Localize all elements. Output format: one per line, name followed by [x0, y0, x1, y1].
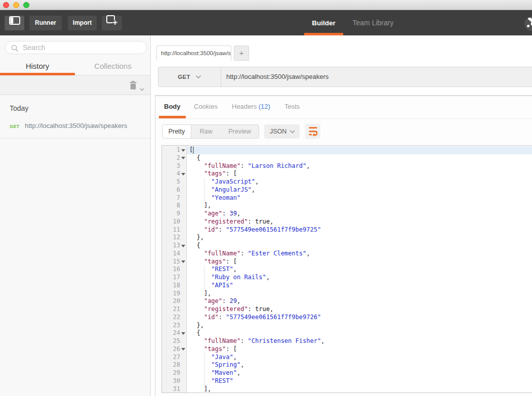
history-group-divider [0, 138, 150, 139]
response-tab-headers-label: Headers [232, 103, 257, 110]
editor-line-number: 2 [162, 154, 186, 162]
history-item-method-badge: GET [10, 124, 20, 129]
editor-line-number: 27 [162, 354, 186, 362]
history-group-label: Today [10, 104, 28, 112]
editor-line-number: 3 [162, 162, 186, 170]
fold-arrow-icon[interactable] [181, 332, 185, 335]
fold-arrow-icon[interactable] [181, 260, 185, 263]
editor-line-number: 15 [162, 258, 186, 266]
editor-line-number: 17 [162, 274, 186, 282]
response-tab-body-active-underline [159, 116, 186, 118]
history-item[interactable]: GET http://localhost:3500/jsaw/speakers [0, 119, 150, 135]
sidebar-tabs: History Collections [0, 60, 151, 75]
search-input[interactable] [23, 42, 139, 53]
editor-code-line: }, [187, 322, 532, 330]
editor-line-number: 28 [162, 361, 186, 369]
minimize-window-button[interactable] [13, 2, 19, 8]
tab-builder-label: Builder [312, 19, 336, 27]
editor-code-line: ], [187, 202, 532, 210]
fold-arrow-icon[interactable] [181, 149, 185, 152]
response-panel: Body Cookies Headers (12) Tests Pretty R… [155, 95, 532, 396]
interceptor-satellite-button[interactable] [524, 17, 532, 31]
format-dropdown[interactable]: JSON [264, 124, 300, 139]
response-tab-headers-count: (12) [259, 103, 270, 110]
tab-team-library-label: Team Library [353, 19, 394, 27]
zoom-window-button[interactable] [23, 2, 29, 8]
wrap-text-button[interactable] [305, 124, 320, 139]
window-titlebar [0, 0, 532, 10]
url-builder-divider [221, 67, 221, 86]
editor-code-line: ], [187, 385, 532, 393]
clear-history-button[interactable] [130, 81, 137, 92]
response-body-editor[interactable]: 1234567891011121314151617181920212223242… [161, 145, 532, 393]
editor-code-line: "tags": [ [187, 170, 532, 178]
view-mode-preview[interactable]: Preview [221, 125, 259, 138]
satellite-icon [526, 18, 532, 30]
editor-code-line: { [187, 154, 532, 162]
editor-line-number: 5 [162, 178, 186, 186]
editor-line-number: 20 [162, 297, 186, 305]
editor-line-number: 4 [162, 170, 186, 178]
import-button[interactable]: Import [68, 16, 97, 30]
editor-line-number: 6 [162, 186, 186, 194]
editor-code-line: "age": 29, [187, 297, 532, 305]
editor-code-line: "APIs" [187, 282, 532, 290]
fold-arrow-icon[interactable] [181, 348, 185, 350]
request-tab[interactable]: http://localhost:3500/jsaw/s [156, 46, 231, 61]
fold-arrow-icon[interactable] [181, 157, 185, 159]
editor-text-cursor [193, 147, 194, 154]
url-input[interactable]: http://localhost:3500/jsaw/speakers [226, 67, 329, 86]
editor-line-number: 10 [162, 218, 186, 226]
method-dropdown[interactable]: GET [158, 67, 221, 86]
editor-line-number: 7 [162, 194, 186, 202]
editor-code-line: "id": "577549ee061561f7f9be9726" [187, 314, 532, 322]
editor-code-line: ], [187, 290, 532, 298]
view-mode-group: Pretty Raw Preview [162, 124, 259, 139]
sidebar-toggle-icon [9, 16, 20, 30]
editor-line-number: 14 [162, 250, 186, 258]
editor-code-line: "tags": [ [187, 258, 532, 266]
format-dropdown-value: JSON [270, 124, 287, 139]
runner-button[interactable]: Runner [29, 16, 62, 30]
app-toolbar: Runner Import Builder Team Library [0, 10, 532, 35]
editor-line-number: 13 [162, 242, 186, 250]
trash-icon [130, 81, 137, 90]
editor-code-line: "Java", [187, 354, 532, 362]
editor-line-number: 16 [162, 266, 186, 274]
response-tab-tests[interactable]: Tests [284, 96, 300, 119]
history-actions-chevron-down-icon[interactable] [140, 84, 144, 93]
editor-line-number: 31 [162, 385, 186, 393]
editor-code-line: "AngularJS", [187, 186, 532, 194]
sidebar-toggle-button[interactable] [5, 16, 24, 30]
editor-code-line: "REST" [187, 377, 532, 385]
tab-builder[interactable]: Builder [304, 10, 343, 35]
new-window-button[interactable] [102, 16, 122, 30]
close-window-button[interactable] [3, 2, 9, 8]
editor-code-line: "age": 39, [187, 210, 532, 218]
editor-line-number: 19 [162, 290, 186, 298]
editor-code-line: [ [187, 146, 532, 154]
editor-indent-guide [204, 354, 204, 392]
sidebar-tab-collections[interactable]: Collections [75, 60, 150, 75]
tab-team-library[interactable]: Team Library [344, 10, 402, 35]
editor-code-line: { [187, 329, 532, 337]
search-icon [11, 45, 19, 52]
response-tab-cookies[interactable]: Cookies [194, 96, 218, 119]
view-mode-pretty[interactable]: Pretty [162, 125, 191, 138]
response-tab-headers[interactable]: Headers (12) [232, 96, 270, 119]
editor-line-number: 1 [162, 146, 186, 154]
editor-line-number: 12 [162, 234, 186, 242]
editor-code-line: "registered": true, [187, 305, 532, 314]
editor-line-number: 8 [162, 202, 186, 210]
editor-code-line: "JavaScript", [187, 178, 532, 186]
editor-code-line: "REST", [187, 266, 532, 274]
editor-line-number: 23 [162, 322, 186, 330]
new-request-tab-button[interactable]: + [234, 46, 249, 61]
view-mode-raw[interactable]: Raw [191, 125, 221, 138]
editor-line-number: 30 [162, 377, 186, 385]
fold-arrow-icon[interactable] [181, 173, 185, 175]
editor-code-line: "fullName": "Christensen Fisher", [187, 337, 532, 345]
search-box [5, 41, 147, 54]
editor-indent-guide [204, 266, 204, 296]
fold-arrow-icon[interactable] [181, 245, 185, 247]
